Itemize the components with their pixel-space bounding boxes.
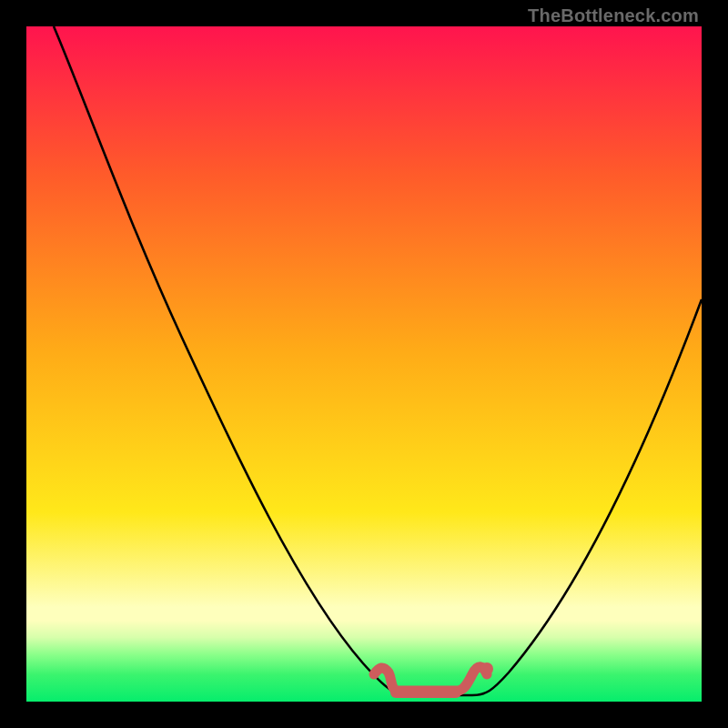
- optimal-range-end-dot: [480, 662, 493, 675]
- chart-area: [26, 26, 702, 702]
- gradient-background: [26, 26, 702, 702]
- optimal-range-floor: [390, 687, 461, 698]
- attribution-text: TheBottleneck.com: [528, 5, 699, 26]
- chart-svg: [26, 26, 702, 702]
